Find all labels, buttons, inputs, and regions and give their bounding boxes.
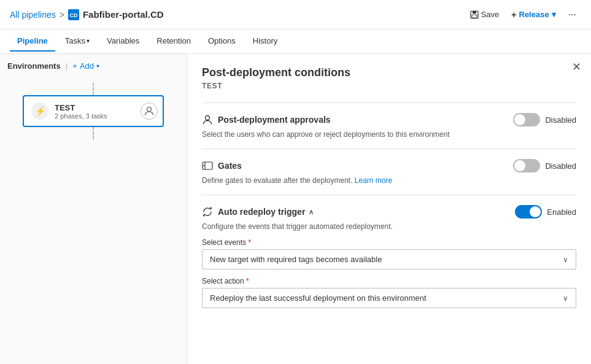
- redeploy-title-group: Auto redeploy trigger ∧: [202, 206, 314, 217]
- events-required-marker: *: [248, 238, 251, 247]
- gates-toggle-label: Disabled: [545, 161, 576, 171]
- redeploy-toggle[interactable]: [515, 205, 542, 219]
- svg-text:CD: CD: [69, 12, 77, 18]
- tab-pipeline[interactable]: Pipeline: [10, 31, 55, 52]
- approvals-title-group: Post-deployment approvals: [202, 114, 331, 125]
- gates-toggle-thumb: [514, 160, 525, 171]
- approvals-desc: Select the users who can approve or reje…: [202, 130, 576, 139]
- gates-desc: Define gates to evaluate after the deplo…: [202, 176, 576, 185]
- stage-wrapper: ⚡ TEST 2 phases, 3 tasks: [7, 83, 179, 139]
- svg-point-9: [203, 165, 204, 166]
- breadcrumb: All pipelines > CD Fabfiber-portal.CD: [10, 9, 164, 20]
- svg-rect-3: [473, 11, 476, 14]
- svg-rect-4: [472, 15, 477, 18]
- user-icon: [144, 106, 154, 116]
- redeploy-toggle-wrapper: Enabled: [515, 205, 576, 219]
- env-separator: |: [66, 61, 68, 71]
- breadcrumb-separator: >: [60, 10, 64, 20]
- right-panel: ✕ Post-deployment conditions TEST Post-d…: [187, 54, 591, 364]
- section-approvals-header: Post-deployment approvals Disabled: [202, 113, 576, 126]
- panel-title: Post-deployment conditions: [202, 66, 576, 79]
- release-button[interactable]: + Release ▾: [506, 7, 560, 22]
- breadcrumb-all-pipelines[interactable]: All pipelines: [10, 10, 56, 20]
- more-options-button[interactable]: ···: [563, 7, 581, 23]
- left-panel: Environments | + Add ▾ ⚡ TEST 2 phases, …: [0, 54, 187, 364]
- top-bar: All pipelines > CD Fabfiber-portal.CD Sa…: [0, 0, 591, 29]
- tab-tasks[interactable]: Tasks ▾: [58, 31, 97, 52]
- select-events-dropdown[interactable]: New target with required tags becomes av…: [202, 249, 576, 269]
- approvals-toggle-label: Disabled: [545, 115, 576, 125]
- gates-title-group: Gates: [202, 160, 242, 171]
- stage-card-test[interactable]: ⚡ TEST 2 phases, 3 tasks: [23, 95, 164, 127]
- release-dropdown-chevron: ▾: [552, 10, 556, 19]
- pipeline-icon-svg: CD: [68, 9, 79, 20]
- save-button[interactable]: Save: [465, 7, 504, 21]
- tab-retention[interactable]: Retention: [149, 31, 198, 52]
- redeploy-toggle-thumb: [530, 206, 541, 217]
- secondary-nav: Pipeline Tasks ▾ Variables Retention Opt…: [0, 29, 591, 54]
- environments-label: Environments: [7, 61, 61, 71]
- redeploy-icon: [202, 206, 213, 217]
- add-environment-button[interactable]: + Add ▾: [72, 61, 99, 71]
- approvals-title: Post-deployment approvals: [218, 115, 331, 125]
- plus-icon: +: [511, 10, 516, 20]
- main-content: Environments | + Add ▾ ⚡ TEST 2 phases, …: [0, 54, 591, 364]
- approvals-icon: [202, 114, 213, 125]
- approvals-toggle-wrapper: Disabled: [513, 113, 576, 126]
- section-auto-redeploy: Auto redeploy trigger ∧ Enabled Configur…: [202, 195, 576, 318]
- stage-info: TEST 2 phases, 3 tasks: [55, 103, 141, 120]
- action-required-marker: *: [246, 277, 249, 285]
- gates-icon: [202, 160, 213, 171]
- redeploy-title-expand: Auto redeploy trigger ∧: [218, 207, 314, 217]
- env-header: Environments | + Add ▾: [7, 61, 179, 71]
- approvals-toggle-thumb: [514, 114, 525, 125]
- redeploy-desc: Configure the events that trigger automa…: [202, 222, 576, 231]
- add-icon: +: [72, 61, 77, 71]
- stage-meta: 2 phases, 3 tasks: [55, 112, 141, 120]
- approvals-toggle[interactable]: [513, 113, 540, 126]
- select-action-wrapper: Select action * Redeploy the last succes…: [202, 277, 576, 308]
- gates-title: Gates: [218, 161, 242, 171]
- save-icon: [470, 10, 479, 19]
- action-chevron-icon: ∨: [563, 294, 568, 303]
- redeploy-expand-icon[interactable]: ∧: [309, 208, 314, 216]
- select-events-wrapper: Select events * New target with required…: [202, 238, 576, 269]
- gates-learn-more-link[interactable]: Learn more: [355, 176, 392, 185]
- stage-user-button[interactable]: [141, 103, 158, 120]
- select-action-dropdown[interactable]: Redeploy the last successful deployment …: [202, 288, 576, 308]
- add-chevron-icon: ▾: [96, 63, 99, 69]
- tab-history[interactable]: History: [245, 31, 285, 52]
- section-gates: Gates Disabled Define gates to evaluate …: [202, 149, 576, 195]
- connector-line-bottom: [93, 127, 94, 139]
- tasks-chevron-icon: ▾: [87, 37, 90, 44]
- pipeline-name: Fabfiber-portal.CD: [83, 9, 164, 20]
- close-panel-button[interactable]: ✕: [572, 61, 581, 72]
- tab-variables[interactable]: Variables: [99, 31, 147, 52]
- gates-toggle[interactable]: [513, 159, 540, 172]
- redeploy-toggle-label: Enabled: [547, 207, 576, 217]
- gates-toggle-wrapper: Disabled: [513, 159, 576, 172]
- tab-options[interactable]: Options: [201, 31, 243, 52]
- redeploy-title: Auto redeploy trigger: [218, 207, 305, 217]
- section-approvals: Post-deployment approvals Disabled Selec…: [202, 103, 576, 149]
- connector-line-top: [93, 83, 94, 95]
- select-action-label: Select action *: [202, 277, 576, 285]
- svg-point-5: [147, 107, 152, 112]
- events-chevron-icon: ∨: [563, 255, 568, 264]
- stage-name: TEST: [55, 103, 141, 112]
- svg-point-6: [206, 116, 210, 120]
- select-events-label: Select events *: [202, 238, 576, 247]
- section-gates-header: Gates Disabled: [202, 159, 576, 172]
- section-redeploy-header: Auto redeploy trigger ∧ Enabled: [202, 205, 576, 219]
- stage-lightning-icon: ⚡: [31, 103, 48, 120]
- panel-subtitle: TEST: [202, 82, 576, 90]
- toolbar: Save + Release ▾ ···: [465, 7, 581, 23]
- pipeline-cd-icon: CD: [68, 9, 79, 20]
